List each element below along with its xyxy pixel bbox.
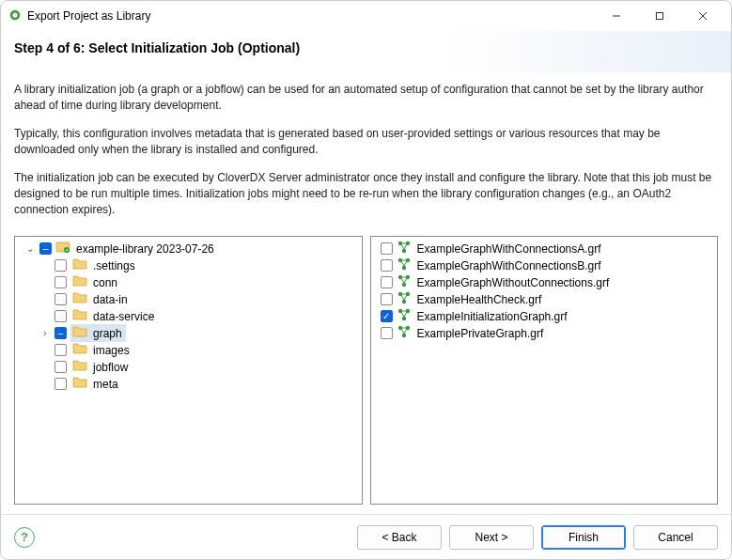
checkbox-unchecked-icon[interactable] <box>55 344 67 356</box>
close-button[interactable] <box>682 3 724 29</box>
folder-icon <box>72 307 87 325</box>
graph-file-icon <box>397 257 412 274</box>
svg-point-25 <box>401 334 405 337</box>
description-text: A library initialization job (a graph or… <box>14 82 718 230</box>
file-item[interactable]: ExampleHealthCheck.grf <box>373 291 716 308</box>
tree-item-label: graph <box>91 327 124 340</box>
file-list-pane[interactable]: ExampleGraphWithConnectionsA.grfExampleG… <box>370 236 719 505</box>
svg-point-10 <box>401 249 405 253</box>
file-item[interactable]: ExampleGraphWithConnectionsA.grf <box>373 241 716 257</box>
graph-file-icon <box>397 307 412 325</box>
description-paragraph: Typically, this configuration involves m… <box>14 126 718 159</box>
svg-point-22 <box>401 317 405 320</box>
window-controls <box>596 3 724 29</box>
file-item-label: ExampleInitializationGraph.grf <box>415 310 569 323</box>
svg-point-1 <box>12 12 17 17</box>
checkbox-unchecked-icon[interactable] <box>55 276 67 288</box>
folder-icon <box>72 375 87 393</box>
wizard-header: Step 4 of 6: Select Initialization Job (… <box>1 31 731 72</box>
tree-item-label: meta <box>91 378 120 391</box>
selection-panes: ⌄–example-library 2023-07-26.settingscon… <box>14 236 718 505</box>
back-button[interactable]: < Back <box>357 525 442 550</box>
wizard-footer: ? < Back Next > Finish Cancel <box>1 514 731 559</box>
folder-icon <box>72 324 87 342</box>
graph-file-icon <box>397 290 412 308</box>
graph-file-icon <box>397 324 412 342</box>
titlebar: Export Project as Library <box>1 1 731 31</box>
svg-point-13 <box>401 266 405 270</box>
minimize-button[interactable] <box>596 3 637 29</box>
maximize-button[interactable] <box>639 3 680 29</box>
tree-item[interactable]: images <box>17 342 360 359</box>
checkbox-unchecked-icon[interactable] <box>55 293 67 305</box>
svg-rect-3 <box>657 13 663 20</box>
cancel-button[interactable]: Cancel <box>633 525 718 550</box>
checkbox-unchecked-icon[interactable] <box>55 259 67 272</box>
page-title: Step 4 of 6: Select Initialization Job (… <box>14 40 718 55</box>
project-icon <box>55 240 70 257</box>
file-item-label: ExampleHealthCheck.grf <box>415 293 544 306</box>
tree-root-label: example-library 2023-07-26 <box>74 242 216 256</box>
checkbox-unchecked-icon[interactable] <box>55 361 67 373</box>
tree-item-label: conn <box>91 276 119 289</box>
folder-icon <box>72 257 87 274</box>
file-item-label: ExampleGraphWithoutConnections.grf <box>415 276 612 289</box>
file-item[interactable]: ExamplePrivateGraph.grf <box>373 325 716 342</box>
tree-item-label: jobflow <box>91 361 130 374</box>
svg-point-16 <box>401 283 405 287</box>
graph-file-icon <box>397 273 412 291</box>
checkbox-unchecked-icon[interactable] <box>55 310 67 322</box>
file-item-label: ExampleGraphWithConnectionsB.grf <box>415 259 603 272</box>
folder-tree-pane[interactable]: ⌄–example-library 2023-07-26.settingscon… <box>14 236 363 505</box>
folder-icon <box>72 290 87 308</box>
folder-icon <box>72 341 87 359</box>
app-icon <box>8 8 22 24</box>
description-paragraph: The initialization job can be executed b… <box>14 170 718 219</box>
tree-item[interactable]: meta <box>17 376 360 393</box>
checkbox-indeterminate-icon[interactable]: – <box>39 242 52 255</box>
checkbox-unchecked-icon[interactable] <box>381 259 393 272</box>
tree-item[interactable]: .settings <box>17 257 360 274</box>
window-title: Export Project as Library <box>27 9 590 23</box>
tree-item[interactable]: data-in <box>17 291 360 308</box>
file-item[interactable]: ExampleGraphWithConnectionsB.grf <box>373 257 716 274</box>
checkbox-unchecked-icon[interactable] <box>55 378 67 390</box>
file-item[interactable]: ✓ExampleInitializationGraph.grf <box>373 308 716 325</box>
description-paragraph: A library initialization job (a graph or… <box>14 82 718 115</box>
help-icon[interactable]: ? <box>14 527 35 548</box>
checkbox-unchecked-icon[interactable] <box>381 242 393 255</box>
checkbox-unchecked-icon[interactable] <box>381 293 393 305</box>
chevron-down-icon[interactable]: ⌄ <box>24 243 36 254</box>
tree-item-label: .settings <box>91 259 137 272</box>
tree-item[interactable]: conn <box>17 274 360 291</box>
file-item[interactable]: ExampleGraphWithoutConnections.grf <box>373 274 716 291</box>
tree-root[interactable]: ⌄–example-library 2023-07-26 <box>17 241 360 257</box>
folder-icon <box>72 358 87 376</box>
checkbox-unchecked-icon[interactable] <box>381 327 393 339</box>
finish-button[interactable]: Finish <box>541 525 626 550</box>
checkbox-checked-icon[interactable]: ✓ <box>381 310 393 322</box>
checkbox-indeterminate-icon[interactable]: – <box>55 327 67 339</box>
folder-icon <box>72 273 87 291</box>
graph-file-icon <box>397 240 412 257</box>
tree-item-label: images <box>91 344 132 357</box>
svg-point-19 <box>401 300 405 303</box>
tree-item[interactable]: data-service <box>17 308 360 325</box>
wizard-body: A library initialization job (a graph or… <box>1 72 731 514</box>
tree-item-label: data-service <box>91 310 156 323</box>
tree-item[interactable]: ›–graph <box>17 325 360 342</box>
tree-item-label: data-in <box>91 293 130 306</box>
tree-item[interactable]: jobflow <box>17 359 360 376</box>
chevron-right-icon[interactable]: › <box>39 328 51 338</box>
next-button[interactable]: Next > <box>449 525 534 550</box>
file-item-label: ExamplePrivateGraph.grf <box>415 327 546 340</box>
checkbox-unchecked-icon[interactable] <box>381 276 393 288</box>
file-item-label: ExampleGraphWithConnectionsA.grf <box>415 242 603 256</box>
